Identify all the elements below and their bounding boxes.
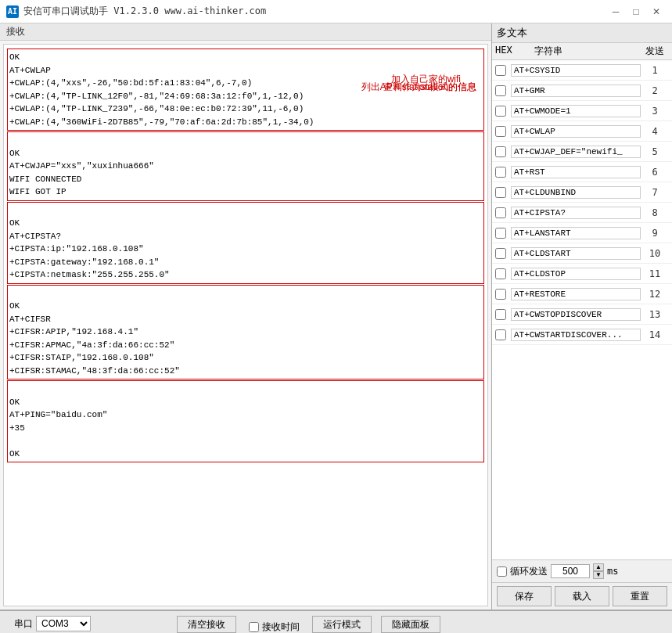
bottom-top: 串口 COM3 波特率 115200 数据位 8 校验位 No <box>0 611 672 633</box>
cipsta-section: OK AT+CIPSTA? +CIPSTA:ip:"192.168.0.108"… <box>7 202 484 284</box>
clear-receive-button[interactable]: 清空接收 <box>177 616 236 633</box>
list-item: 4 <box>492 121 672 142</box>
action-buttons: 清空接收 保存接收 <box>174 616 239 633</box>
cmd-num-5: 5 <box>641 146 669 157</box>
list-item: 10 <box>492 243 672 264</box>
command-list: 1234567891011121314 <box>492 60 672 559</box>
receive-time-row: 接收时间 <box>249 620 300 633</box>
list-item: 5 <box>492 142 672 162</box>
minimize-button[interactable]: ─ <box>606 4 625 20</box>
cmd-text-7[interactable] <box>511 186 641 199</box>
cmd-text-12[interactable] <box>511 288 641 300</box>
list-item: 3 <box>492 101 672 121</box>
multi-text-header: 多文本 <box>492 23 672 43</box>
receive-section-label: 接收 <box>0 23 491 41</box>
serial-config: 串口 COM3 波特率 115200 数据位 8 校验位 No <box>6 616 92 633</box>
cmd-checkbox-9[interactable] <box>495 228 506 239</box>
app-icon: AI <box>6 5 19 18</box>
spin-up[interactable]: ▲ <box>593 563 604 571</box>
cmd-num-8: 8 <box>641 207 669 218</box>
cmd-num-9: 9 <box>641 228 669 239</box>
cmd-text-14[interactable] <box>511 329 641 341</box>
cmd-num-12: 12 <box>641 289 669 300</box>
cmd-text-6[interactable] <box>511 166 641 178</box>
receive-text-4: OK AT+CIFSR +CIFSR:APIP,"192.168.4.1" +C… <box>9 287 482 378</box>
col-hex: HEX <box>495 45 511 58</box>
list-item: 9 <box>492 223 672 243</box>
save-button[interactable]: 保存 <box>497 586 552 606</box>
cmd-text-11[interactable] <box>511 268 641 280</box>
cifsr-section: OK AT+CIFSR +CIFSR:APIP,"192.168.4.1" +C… <box>7 285 484 380</box>
window-controls: ─ □ ✕ <box>606 4 666 20</box>
list-item: 12 <box>492 284 672 304</box>
list-item: 2 <box>492 81 672 101</box>
cmd-text-2[interactable] <box>511 85 641 97</box>
serial-btn-area: 关闭串口 <box>95 616 171 633</box>
cmd-num-1: 1 <box>641 65 669 76</box>
cmd-text-13[interactable] <box>511 308 641 321</box>
cmd-checkbox-11[interactable] <box>495 268 506 279</box>
cwjap-section: OK AT+CWJAP="xxs","xuxinhua666" WIFI CON… <box>7 131 484 201</box>
receive-text-3: OK AT+CIPSTA? +CIPSTA:ip:"192.168.0.108"… <box>9 204 482 282</box>
spin-down[interactable]: ▼ <box>593 571 604 579</box>
col-string: 字符串 <box>511 45 586 58</box>
cmd-checkbox-3[interactable] <box>495 106 506 117</box>
loop-row: 循环发送 ▲ ▼ ms <box>492 559 672 582</box>
maximize-button[interactable]: □ <box>627 4 645 20</box>
cmd-checkbox-1[interactable] <box>495 65 506 76</box>
serial-label: 串口 <box>6 617 33 631</box>
col-send: 发送 <box>641 45 669 58</box>
cmd-text-4[interactable] <box>511 125 641 138</box>
list-item: 14 <box>492 325 672 345</box>
cmd-num-6: 6 <box>641 167 669 178</box>
cmd-checkbox-12[interactable] <box>495 289 506 300</box>
receive-time-checkbox[interactable] <box>249 622 259 632</box>
list-item: 1 <box>492 60 672 81</box>
cmd-checkbox-8[interactable] <box>495 207 506 218</box>
loop-interval-input[interactable] <box>551 564 590 578</box>
multi-text-title: 多文本 <box>497 26 527 40</box>
cmd-text-8[interactable] <box>511 207 641 219</box>
receive-time-label: 接收时间 <box>262 620 300 633</box>
cmd-text-10[interactable] <box>511 247 641 260</box>
cmd-text-5[interactable] <box>511 146 641 158</box>
main-content: 接收 OK AT+CWLAP +CWLAP:(4,"xxs",-26,"50:b… <box>0 23 672 610</box>
reset-button[interactable]: 重置 <box>613 586 667 606</box>
right-action-buttons: 保存 载入 重置 <box>492 582 672 610</box>
serial-port-select[interactable]: COM3 <box>36 616 91 631</box>
cmd-checkbox-4[interactable] <box>495 126 506 137</box>
cmd-checkbox-14[interactable] <box>495 329 506 340</box>
cmd-num-11: 11 <box>641 268 669 279</box>
cmd-num-10: 10 <box>641 248 669 259</box>
cmd-checkbox-10[interactable] <box>495 248 506 259</box>
list-item: 6 <box>492 162 672 182</box>
list-item: 8 <box>492 203 672 223</box>
hide-panel-button[interactable]: 隐藏面板 <box>381 616 440 633</box>
cmd-text-9[interactable] <box>511 227 641 239</box>
loop-checkbox[interactable] <box>497 566 507 577</box>
hide-buttons: 隐藏面板 显示历史 <box>378 616 444 633</box>
cmd-checkbox-13[interactable] <box>495 309 506 320</box>
run-mode-button[interactable]: 运行模式 <box>312 616 372 633</box>
cmd-num-3: 3 <box>641 106 669 117</box>
right-panel: 多文本 HEX 字符串 发送 1234567891011121314 循环发送 … <box>492 23 672 610</box>
receive-area[interactable]: OK AT+CWLAP +CWLAP:(4,"xxs",-26,"50:bd:5… <box>3 44 488 606</box>
list-item: 11 <box>492 264 672 284</box>
cmd-text-3[interactable] <box>511 105 641 117</box>
cmd-num-13: 13 <box>641 309 669 320</box>
cmd-checkbox-6[interactable] <box>495 167 506 178</box>
annotation-cifsr: 列出AP和station模式的信息 <box>361 80 476 94</box>
receive-text-5: OK AT+PING="baidu.com" +35 OK <box>9 383 482 460</box>
cmd-checkbox-5[interactable] <box>495 146 506 157</box>
cmd-checkbox-7[interactable] <box>495 187 506 198</box>
cmd-num-7: 7 <box>641 187 669 198</box>
close-button[interactable]: ✕ <box>647 4 666 20</box>
cmd-checkbox-2[interactable] <box>495 85 506 96</box>
list-item: 7 <box>492 182 672 203</box>
cmd-num-14: 14 <box>641 329 669 340</box>
cmd-text-1[interactable] <box>511 64 641 77</box>
serial-port-row: 串口 COM3 <box>6 616 92 631</box>
cmd-num-2: 2 <box>641 85 669 96</box>
list-item: 13 <box>492 304 672 325</box>
load-button[interactable]: 载入 <box>555 586 609 606</box>
